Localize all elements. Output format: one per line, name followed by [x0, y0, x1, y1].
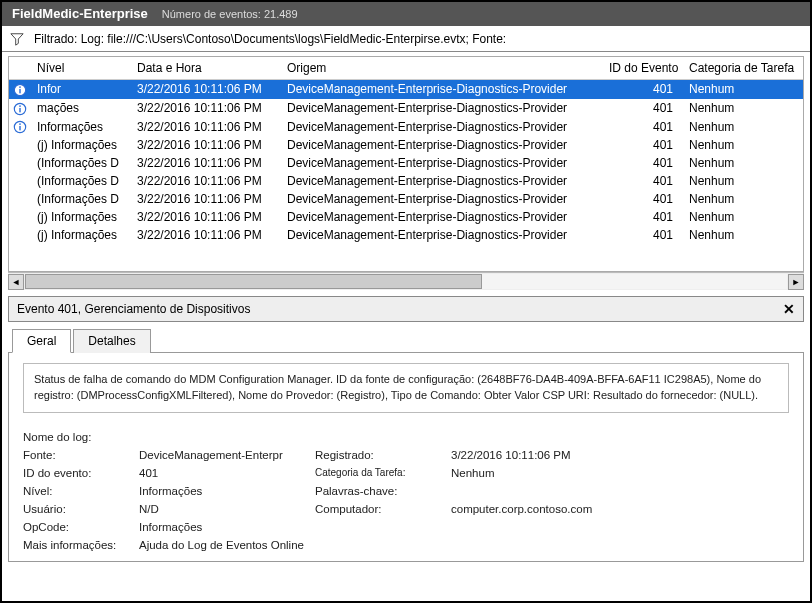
- grid-header-row[interactable]: Nível Data e Hora Origem ID do Evento Ca…: [9, 57, 803, 80]
- cell-level: Informações: [31, 118, 131, 137]
- scroll-thumb[interactable]: [25, 274, 482, 289]
- cell-taskcat: Nenhum: [683, 154, 803, 172]
- filter-icon[interactable]: [10, 32, 24, 46]
- cell-taskcat: Nenhum: [683, 136, 803, 154]
- table-row[interactable]: (j) Informações3/22/2016 10:11:06 PMDevi…: [9, 226, 803, 244]
- cell-taskcat: Nenhum: [683, 80, 803, 99]
- svg-rect-4: [19, 108, 20, 112]
- val-user: N/D: [139, 503, 309, 515]
- info-icon: [9, 99, 31, 118]
- close-icon[interactable]: ✕: [783, 301, 795, 317]
- detail-header: Evento 401, Gerenciamento de Dispositivo…: [8, 296, 804, 322]
- scroll-track[interactable]: [25, 274, 787, 289]
- table-row[interactable]: (Informações D3/22/2016 10:11:06 PMDevic…: [9, 190, 803, 208]
- cell-origin: DeviceManagement-Enterprise-Diagnostics-…: [281, 208, 603, 226]
- col-icon[interactable]: [9, 57, 31, 80]
- lbl-taskcat: Categoria da Tarefa:: [315, 467, 445, 478]
- cell-eventid: 401: [603, 226, 683, 244]
- info-icon: [9, 172, 31, 190]
- cell-level: Infor: [31, 80, 131, 99]
- filter-bar: Filtrado: Log: file:///C:\Users\Contoso\…: [2, 26, 810, 52]
- lbl-eventid: ID do evento:: [23, 467, 133, 479]
- detail-fields: Nome do log: Fonte: DeviceManagement-Ent…: [23, 431, 789, 551]
- scroll-right-arrow[interactable]: ►: [788, 274, 804, 290]
- horizontal-scrollbar[interactable]: ◄ ►: [8, 272, 804, 290]
- info-icon: [9, 154, 31, 172]
- lbl-moreinfo: Mais informações:: [23, 539, 133, 551]
- svg-point-5: [19, 105, 21, 107]
- cell-datetime: 3/22/2016 10:11:06 PM: [131, 80, 281, 99]
- val-opcode: Informações: [139, 521, 651, 533]
- event-grid[interactable]: Nível Data e Hora Origem ID do Evento Ca…: [8, 56, 804, 272]
- cell-origin: DeviceManagement-Enterprise-Diagnostics-…: [281, 118, 603, 137]
- lbl-level: Nível:: [23, 485, 133, 497]
- cell-taskcat: Nenhum: [683, 118, 803, 137]
- cell-datetime: 3/22/2016 10:11:06 PM: [131, 208, 281, 226]
- svg-rect-1: [19, 89, 20, 93]
- table-row[interactable]: mações3/22/2016 10:11:06 PMDeviceManagem…: [9, 99, 803, 118]
- cell-level: mações: [31, 99, 131, 118]
- cell-origin: DeviceManagement-Enterprise-Diagnostics-…: [281, 136, 603, 154]
- cell-origin: DeviceManagement-Enterprise-Diagnostics-…: [281, 99, 603, 118]
- detail-tabs: Geral Detalhes: [8, 322, 804, 353]
- app-title: FieldMedic-Enterprise: [12, 6, 148, 21]
- table-row[interactable]: (Informações D3/22/2016 10:11:06 PMDevic…: [9, 172, 803, 190]
- cell-taskcat: Nenhum: [683, 190, 803, 208]
- cell-datetime: 3/22/2016 10:11:06 PM: [131, 226, 281, 244]
- cell-level: (Informações D: [31, 154, 131, 172]
- lbl-opcode: OpCode:: [23, 521, 133, 533]
- cell-origin: DeviceManagement-Enterprise-Diagnostics-…: [281, 226, 603, 244]
- val-taskcat: Nenhum: [451, 467, 651, 479]
- cell-eventid: 401: [603, 80, 683, 99]
- status-text: Status de falha de comando do MDM Config…: [23, 363, 789, 413]
- event-count: Número de eventos: 21.489: [162, 8, 298, 20]
- col-level[interactable]: Nível: [31, 57, 131, 80]
- cell-origin: DeviceManagement-Enterprise-Diagnostics-…: [281, 172, 603, 190]
- info-icon: [9, 136, 31, 154]
- cell-taskcat: Nenhum: [683, 226, 803, 244]
- cell-datetime: 3/22/2016 10:11:06 PM: [131, 136, 281, 154]
- col-eventid[interactable]: ID do Evento: [603, 57, 683, 80]
- val-moreinfo: Ajuda do Log de Eventos Online: [139, 539, 651, 551]
- cell-origin: DeviceManagement-Enterprise-Diagnostics-…: [281, 80, 603, 99]
- cell-origin: DeviceManagement-Enterprise-Diagnostics-…: [281, 154, 603, 172]
- info-icon: [9, 208, 31, 226]
- cell-level: (Informações D: [31, 190, 131, 208]
- val-source: DeviceManagement-Enterpr: [139, 449, 309, 461]
- tab-details[interactable]: Detalhes: [73, 329, 150, 353]
- val-registered: 3/22/2016 10:11:06 PM: [451, 449, 651, 461]
- cell-taskcat: Nenhum: [683, 208, 803, 226]
- cell-eventid: 401: [603, 99, 683, 118]
- cell-level: (j) Informações: [31, 208, 131, 226]
- lbl-registered: Registrado:: [315, 449, 445, 461]
- cell-eventid: 401: [603, 208, 683, 226]
- val-eventid: 401: [139, 467, 309, 479]
- lbl-logname: Nome do log:: [23, 431, 133, 443]
- table-row[interactable]: Infor3/22/2016 10:11:06 PMDeviceManageme…: [9, 80, 803, 99]
- svg-point-8: [19, 124, 21, 126]
- lbl-keywords: Palavras-chave:: [315, 485, 445, 497]
- table-row[interactable]: (j) Informações3/22/2016 10:11:06 PMDevi…: [9, 208, 803, 226]
- cell-datetime: 3/22/2016 10:11:06 PM: [131, 154, 281, 172]
- scroll-left-arrow[interactable]: ◄: [8, 274, 24, 290]
- tab-general[interactable]: Geral: [12, 329, 71, 353]
- cell-level: (j) Informações: [31, 226, 131, 244]
- col-datetime[interactable]: Data e Hora: [131, 57, 281, 80]
- cell-eventid: 401: [603, 136, 683, 154]
- table-row[interactable]: (j) Informações3/22/2016 10:11:06 PMDevi…: [9, 136, 803, 154]
- col-origin[interactable]: Origem: [281, 57, 603, 80]
- cell-taskcat: Nenhum: [683, 172, 803, 190]
- cell-datetime: 3/22/2016 10:11:06 PM: [131, 172, 281, 190]
- info-icon: [9, 118, 31, 137]
- detail-body: Status de falha de comando do MDM Config…: [8, 353, 804, 562]
- col-taskcat[interactable]: Categoria de Tarefa: [683, 57, 803, 80]
- svg-point-2: [19, 86, 21, 88]
- info-icon: [9, 80, 31, 99]
- info-icon: [9, 226, 31, 244]
- table-row[interactable]: Informações3/22/2016 10:11:06 PMDeviceMa…: [9, 118, 803, 137]
- cell-datetime: 3/22/2016 10:11:06 PM: [131, 190, 281, 208]
- cell-eventid: 401: [603, 190, 683, 208]
- filter-text: Filtrado: Log: file:///C:\Users\Contoso\…: [34, 32, 506, 46]
- table-row[interactable]: (Informações D3/22/2016 10:11:06 PMDevic…: [9, 154, 803, 172]
- val-level: Informações: [139, 485, 309, 497]
